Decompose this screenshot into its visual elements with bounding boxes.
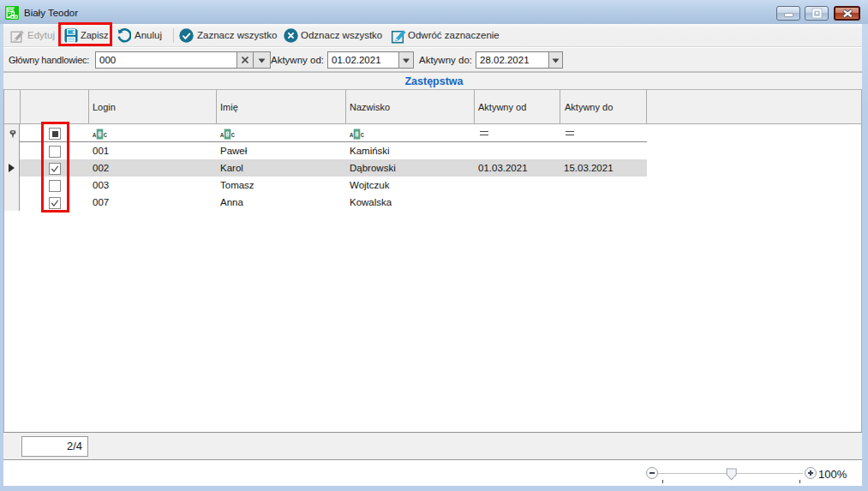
svg-text:A: A	[220, 132, 224, 139]
svg-text:C: C	[361, 132, 364, 139]
svg-text:C: C	[104, 132, 107, 139]
svg-text:C: C	[231, 132, 235, 139]
svg-text:A: A	[93, 132, 97, 139]
svg-text:A: A	[350, 132, 354, 139]
